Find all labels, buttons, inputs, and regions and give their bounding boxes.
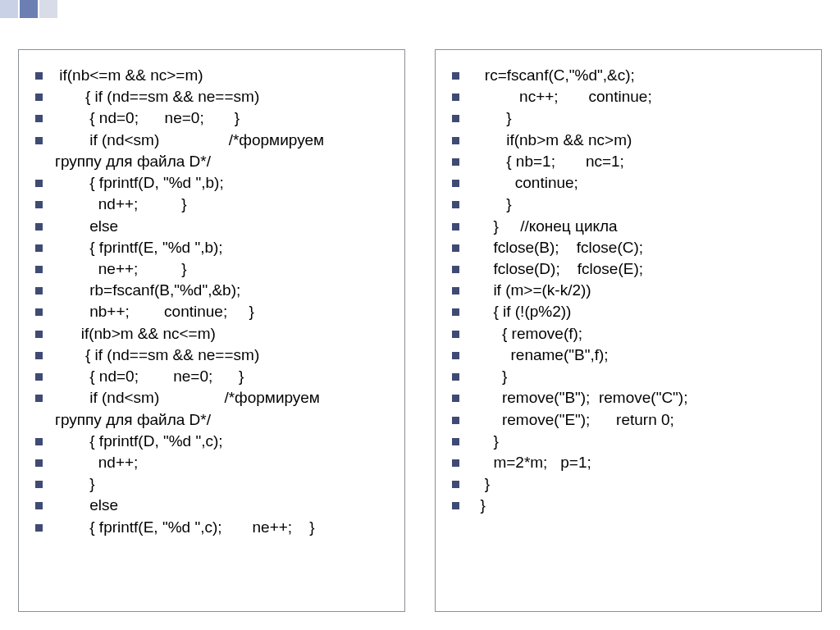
- deco-square: [20, 0, 38, 18]
- code-line: rc=fscanf(C,"%d",&c);: [447, 65, 810, 86]
- code-line: nd++; }: [30, 194, 393, 215]
- code-line: { remove(f);: [447, 323, 810, 345]
- code-line: { fprintf(E, "%d ",c); ne++; }: [30, 517, 393, 538]
- code-line: }: [447, 366, 810, 387]
- code-list-left: if(nb<=m && nc>=m) { if (nd==sm && ne==s…: [30, 65, 393, 538]
- corner-decoration: [0, 0, 57, 18]
- code-line: { fprintf(E, "%d ",b);: [30, 237, 393, 258]
- code-line: }: [447, 107, 810, 129]
- left-panel: if(nb<=m && nc>=m) { if (nd==sm && ne==s…: [18, 49, 405, 612]
- code-line: { nd=0; ne=0; }: [30, 107, 393, 129]
- code-list-right: rc=fscanf(C,"%d",&c); nc++; continue; } …: [447, 65, 810, 517]
- deco-square: [0, 0, 18, 18]
- code-line: m=2*m; p=1;: [447, 452, 810, 473]
- code-line: if (nd<sm) /*формируемгруппу для файла D…: [30, 130, 393, 172]
- code-line: { fprintf(D, "%d ",b);: [30, 172, 393, 194]
- code-line: if(nb<=m && nc>=m): [30, 65, 393, 86]
- code-line: }: [30, 473, 393, 495]
- code-line: { nd=0; ne=0; }: [30, 366, 393, 387]
- code-line: remove("B"); remove("C");: [447, 387, 810, 409]
- right-panel: rc=fscanf(C,"%d",&c); nc++; continue; } …: [435, 49, 822, 612]
- code-line: if(nb>m && nc<=m): [30, 323, 393, 345]
- code-line: ne++; }: [30, 258, 393, 280]
- code-line: nd++;: [30, 452, 393, 473]
- code-line: { if (nd==sm && ne==sm): [30, 86, 393, 107]
- code-line: nc++; continue;: [447, 86, 810, 107]
- code-line: { nb=1; nc=1;: [447, 151, 810, 172]
- code-line: if (nd<sm) /*формируемгруппу для файла D…: [30, 387, 393, 430]
- code-line: continue;: [447, 172, 810, 194]
- code-line: }: [447, 431, 810, 452]
- code-line: remove("E"); return 0;: [447, 409, 810, 431]
- code-line: { if (nd==sm && ne==sm): [30, 345, 393, 366]
- code-line: fclose(B); fclose(C);: [447, 237, 810, 258]
- code-line: }: [447, 194, 810, 215]
- code-line: fclose(D); fclose(E);: [447, 258, 810, 280]
- code-line: if(nb>m && nc>m): [447, 130, 810, 151]
- code-line: nb++; continue; }: [30, 301, 393, 322]
- code-line: rb=fscanf(B,"%d",&b);: [30, 280, 393, 301]
- code-line: else: [30, 216, 393, 237]
- code-line: rename("B",f);: [447, 345, 810, 366]
- code-line: { if (!(p%2)): [447, 301, 810, 322]
- deco-square: [39, 0, 57, 18]
- code-line: else: [30, 495, 393, 516]
- code-line: }: [447, 473, 810, 495]
- code-line: { fprintf(D, "%d ",c);: [30, 431, 393, 452]
- code-line: } //конец цикла: [447, 216, 810, 237]
- code-line: if (m>=(k-k/2)): [447, 280, 810, 301]
- slide-body: if(nb<=m && nc>=m) { if (nd==sm && ne==s…: [18, 49, 822, 612]
- code-line: }: [447, 495, 810, 516]
